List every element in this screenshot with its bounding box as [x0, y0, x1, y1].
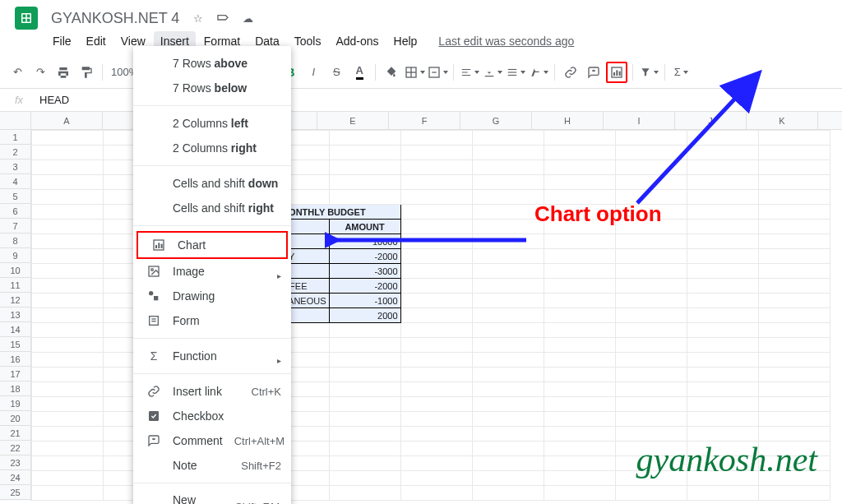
menu-form[interactable]: Form — [133, 308, 291, 333]
fill-color-icon[interactable] — [381, 62, 402, 83]
col-F[interactable]: F — [389, 112, 460, 129]
menu-drawing[interactable]: Drawing — [133, 284, 291, 308]
print-icon[interactable] — [53, 62, 74, 83]
row-8[interactable]: 8 — [0, 234, 30, 248]
italic-button[interactable]: I — [303, 62, 324, 83]
menu-cells-down[interactable]: Cells and shift down — [133, 171, 291, 196]
image-icon — [146, 264, 161, 279]
row-21[interactable]: 21 — [0, 426, 30, 441]
row-19[interactable]: 19 — [0, 396, 30, 411]
link-icon — [146, 384, 161, 399]
row-25[interactable]: 25 — [0, 485, 30, 500]
menu-function[interactable]: ΣFunction — [133, 344, 291, 368]
menu-note[interactable]: NoteShift+F2 — [133, 453, 291, 478]
redo-icon[interactable]: ↷ — [30, 62, 51, 83]
menu-help[interactable]: Help — [387, 31, 424, 51]
paint-format-icon[interactable] — [76, 62, 97, 83]
chart-option-callout: Chart option — [534, 201, 662, 227]
menu-comment[interactable]: CommentCtrl+Alt+M — [133, 428, 291, 453]
row-23[interactable]: 23 — [0, 455, 30, 470]
insert-chart-icon[interactable] — [606, 62, 627, 83]
svg-rect-3 — [23, 19, 26, 22]
col-K[interactable]: K — [747, 112, 818, 129]
menu-rows-below[interactable]: 7 Rows below — [133, 76, 291, 100]
row-17[interactable]: 17 — [0, 367, 30, 381]
filter-icon[interactable] — [638, 62, 659, 83]
row-5[interactable]: 5 — [0, 189, 30, 204]
svg-point-23 — [151, 269, 154, 271]
row-15[interactable]: 15 — [0, 337, 30, 352]
menu-cells-right[interactable]: Cells and shift right — [133, 196, 291, 220]
rotate-icon[interactable] — [528, 62, 549, 83]
menu-new-sheet[interactable]: New sheetShift+F11 — [133, 488, 291, 504]
row-headers: 1234567891011121314151617181920212223242… — [0, 130, 31, 501]
row-14[interactable]: 14 — [0, 322, 30, 337]
merge-icon[interactable] — [427, 62, 448, 83]
svg-point-24 — [149, 291, 153, 295]
menu-addons[interactable]: Add-ons — [329, 31, 385, 51]
h-align-icon[interactable] — [459, 62, 480, 83]
row-24[interactable]: 24 — [0, 470, 30, 485]
menu-image[interactable]: Image — [133, 259, 291, 284]
menu-edit[interactable]: Edit — [80, 31, 113, 51]
col-G[interactable]: G — [460, 112, 532, 129]
col-A[interactable]: A — [31, 112, 103, 129]
undo-icon[interactable]: ↶ — [7, 62, 28, 83]
insert-menu-dropdown: 7 Rows above 7 Rows below 2 Columns left… — [133, 46, 291, 504]
strike-button[interactable]: S — [326, 62, 347, 83]
v-align-icon[interactable] — [482, 62, 503, 83]
move-icon[interactable] — [215, 11, 230, 25]
menu-cols-right[interactable]: 2 Columns right — [133, 136, 291, 160]
svg-rect-19 — [155, 245, 157, 248]
svg-rect-25 — [154, 296, 158, 300]
col-E[interactable]: E — [317, 112, 389, 129]
borders-icon[interactable] — [404, 62, 425, 83]
row-10[interactable]: 10 — [0, 263, 30, 278]
row-16[interactable]: 16 — [0, 352, 30, 367]
toolbar: ↶ ↷ 100% Default (Ari... 10 B I S A Σ — [0, 56, 842, 89]
menu-rows-above[interactable]: 7 Rows above — [133, 51, 291, 76]
comment-icon[interactable] — [583, 62, 604, 83]
menu-cols-left[interactable]: 2 Columns left — [133, 111, 291, 136]
formula-value[interactable]: HEAD — [31, 94, 69, 106]
row-7[interactable]: 7 — [0, 219, 30, 234]
link-icon[interactable] — [560, 62, 581, 83]
cloud-icon[interactable]: ☁ — [240, 11, 255, 25]
formula-bar: fx HEAD — [0, 89, 842, 112]
svg-rect-15 — [613, 72, 615, 76]
svg-rect-1 — [23, 15, 26, 18]
edit-info[interactable]: Last edit was seconds ago — [432, 31, 581, 51]
row-1[interactable]: 1 — [0, 130, 30, 145]
menu-checkbox[interactable]: Checkbox — [133, 404, 291, 428]
row-9[interactable]: 9 — [0, 248, 30, 263]
row-3[interactable]: 3 — [0, 160, 30, 174]
row-22[interactable]: 22 — [0, 441, 30, 455]
text-color-button[interactable]: A — [349, 62, 370, 83]
col-H[interactable]: H — [532, 112, 604, 129]
row-12[interactable]: 12 — [0, 293, 30, 307]
row-2[interactable]: 2 — [0, 145, 30, 160]
column-headers: A B C D E F G H I J K — [0, 112, 842, 130]
menu-insert-link[interactable]: Insert linkCtrl+K — [133, 379, 291, 404]
row-6[interactable]: 6 — [0, 204, 30, 219]
menu-tools[interactable]: Tools — [288, 31, 328, 51]
form-icon — [146, 313, 161, 328]
svg-rect-20 — [158, 243, 160, 248]
document-title[interactable]: GYANKOSH.NET 4 — [46, 8, 184, 29]
row-4[interactable]: 4 — [0, 174, 30, 189]
star-icon[interactable]: ☆ — [191, 11, 206, 25]
col-I[interactable]: I — [604, 112, 675, 129]
row-11[interactable]: 11 — [0, 278, 30, 293]
functions-icon[interactable]: Σ — [670, 62, 692, 83]
col-J[interactable]: J — [675, 112, 747, 129]
row-18[interactable]: 18 — [0, 381, 30, 396]
row-13[interactable]: 13 — [0, 307, 30, 322]
row-20[interactable]: 20 — [0, 411, 30, 426]
menu-file[interactable]: File — [46, 31, 78, 51]
svg-rect-29 — [149, 411, 159, 421]
sheets-logo[interactable] — [15, 7, 38, 30]
comment-icon — [146, 433, 161, 448]
chart-icon — [151, 238, 166, 252]
wrap-icon[interactable] — [505, 62, 526, 83]
menu-chart[interactable]: Chart — [136, 231, 288, 259]
